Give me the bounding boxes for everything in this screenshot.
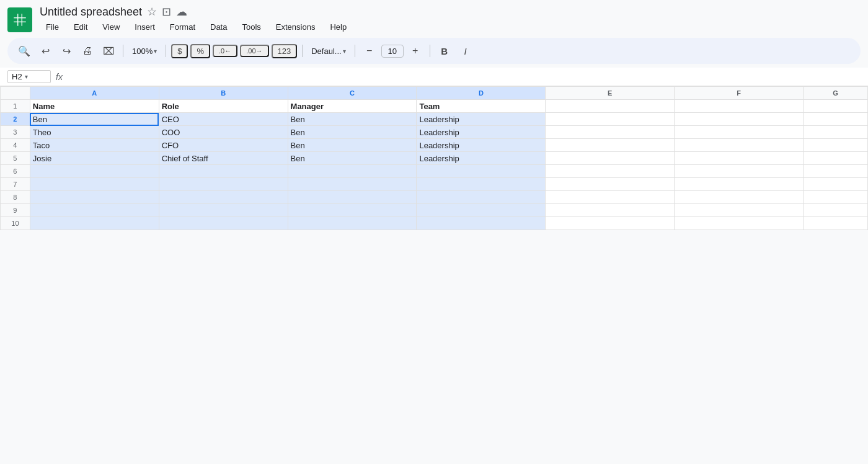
cell[interactable] (288, 204, 417, 217)
folder-icon[interactable]: ⊡ (162, 5, 171, 19)
font-size-increase-button[interactable]: + (406, 42, 425, 60)
cell[interactable] (288, 217, 417, 230)
cell[interactable]: Name (30, 100, 159, 113)
cell[interactable] (804, 204, 868, 217)
cell[interactable] (675, 178, 804, 191)
row-number[interactable]: 4 (1, 139, 30, 152)
menu-format[interactable]: Format (164, 20, 202, 34)
cell[interactable] (546, 113, 675, 126)
cell[interactable]: Leadership (417, 113, 546, 126)
row-number[interactable]: 3 (1, 126, 30, 139)
cell[interactable] (159, 178, 288, 191)
cell[interactable] (675, 217, 804, 230)
font-size-decrease-button[interactable]: − (360, 42, 379, 60)
menu-insert[interactable]: Insert (128, 20, 161, 34)
cell[interactable] (546, 139, 675, 152)
row-number[interactable]: 2 (1, 113, 30, 126)
cell[interactable] (546, 178, 675, 191)
menu-tools[interactable]: Tools (236, 20, 267, 34)
paint-format-button[interactable]: ⌧ (99, 42, 118, 60)
row-number[interactable]: 8 (1, 191, 30, 204)
cell[interactable] (417, 191, 546, 204)
cell[interactable] (675, 191, 804, 204)
cell[interactable] (804, 178, 868, 191)
cell[interactable] (30, 217, 159, 230)
cell[interactable] (675, 139, 804, 152)
cell[interactable]: Taco (30, 139, 159, 152)
cell[interactable]: Ben (288, 152, 417, 165)
cell[interactable] (159, 165, 288, 178)
cell[interactable] (675, 113, 804, 126)
decimal-less-button[interactable]: .0← (213, 45, 237, 57)
cell[interactable] (417, 178, 546, 191)
menu-extensions[interactable]: Extensions (270, 20, 322, 34)
search-button[interactable]: 🔍 (15, 42, 33, 60)
cell[interactable] (546, 204, 675, 217)
cell[interactable] (417, 165, 546, 178)
cell[interactable] (417, 217, 546, 230)
cell-reference-box[interactable]: H2 ▾ (7, 70, 51, 83)
cell[interactable] (288, 178, 417, 191)
cloud-icon[interactable]: ☁ (176, 5, 187, 19)
cell[interactable]: Manager (288, 100, 417, 113)
cell[interactable] (804, 113, 868, 126)
cell[interactable] (159, 191, 288, 204)
menu-view[interactable]: View (96, 20, 126, 34)
bold-button[interactable]: B (435, 42, 454, 60)
cell[interactable] (546, 100, 675, 113)
cell[interactable] (30, 191, 159, 204)
cell[interactable] (546, 126, 675, 139)
currency-button[interactable]: $ (171, 44, 188, 58)
cell[interactable] (675, 165, 804, 178)
cell[interactable] (675, 126, 804, 139)
cell[interactable] (804, 152, 868, 165)
cell[interactable]: Theo (30, 126, 159, 139)
cell[interactable] (675, 100, 804, 113)
col-header-b[interactable]: B (159, 87, 288, 100)
cell[interactable]: Leadership (417, 139, 546, 152)
cell[interactable]: Ben (288, 126, 417, 139)
cell[interactable] (159, 204, 288, 217)
formula-input[interactable] (68, 72, 861, 81)
col-header-c[interactable]: C (288, 87, 417, 100)
cell[interactable] (804, 126, 868, 139)
cell[interactable] (546, 152, 675, 165)
cell[interactable]: Leadership (417, 126, 546, 139)
row-number[interactable]: 10 (1, 217, 30, 230)
cell[interactable] (546, 191, 675, 204)
spreadsheet-title[interactable]: Untitled spreadsheet (40, 6, 142, 19)
row-number[interactable]: 5 (1, 152, 30, 165)
cell[interactable] (675, 204, 804, 217)
row-number[interactable]: 6 (1, 165, 30, 178)
menu-file[interactable]: File (40, 20, 65, 34)
cell[interactable]: COO (159, 126, 288, 139)
star-icon[interactable]: ☆ (147, 5, 157, 19)
cell[interactable] (159, 217, 288, 230)
cell[interactable] (804, 217, 868, 230)
cell[interactable]: Ben (30, 113, 159, 126)
menu-edit[interactable]: Edit (68, 20, 94, 34)
cell[interactable]: Chief of Staff (159, 152, 288, 165)
cell[interactable]: Ben (288, 113, 417, 126)
cell[interactable]: CEO (159, 113, 288, 126)
cell[interactable] (30, 178, 159, 191)
italic-button[interactable]: I (456, 42, 475, 60)
cell[interactable] (675, 152, 804, 165)
row-number[interactable]: 9 (1, 204, 30, 217)
col-header-f[interactable]: F (675, 87, 804, 100)
cell[interactable] (804, 139, 868, 152)
cell[interactable]: Leadership (417, 152, 546, 165)
cell[interactable] (546, 165, 675, 178)
cell[interactable] (546, 217, 675, 230)
font-selector[interactable]: Defaul... ▾ (308, 45, 349, 57)
cell[interactable] (804, 100, 868, 113)
col-header-a[interactable]: A (30, 87, 159, 100)
cell[interactable] (288, 191, 417, 204)
col-header-d[interactable]: D (417, 87, 546, 100)
print-button[interactable]: 🖨 (78, 42, 97, 60)
percent-button[interactable]: % (190, 44, 210, 58)
cell[interactable] (417, 204, 546, 217)
col-header-g[interactable]: G (804, 87, 868, 100)
cell[interactable] (804, 165, 868, 178)
cell[interactable] (288, 165, 417, 178)
